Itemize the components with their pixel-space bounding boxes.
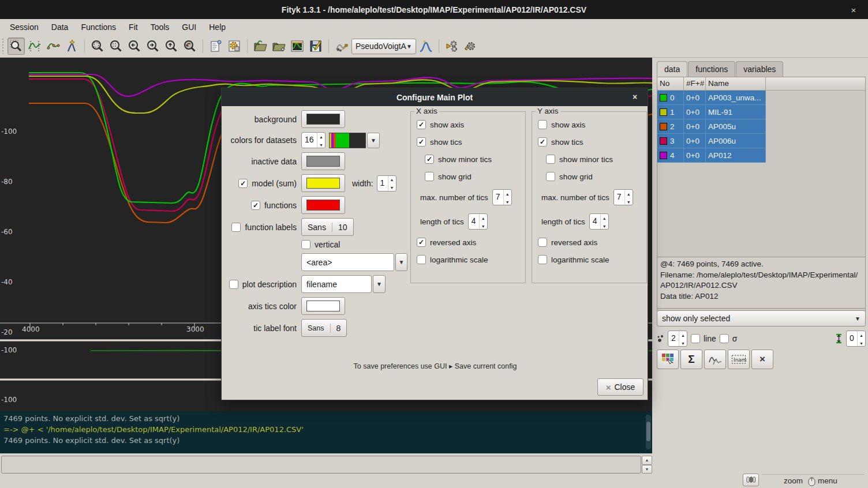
delete-button[interactable]: × (751, 350, 773, 369)
spin-down-icon[interactable]: ▼ (317, 141, 325, 149)
table-row[interactable]: 4 0+0 AP012 (657, 148, 865, 163)
command-input[interactable] (1, 456, 641, 474)
x-show-minor-tics-checkbox[interactable]: ✓ (425, 155, 434, 164)
sigma-checkbox[interactable] (720, 334, 729, 343)
y-reversed-checkbox[interactable] (538, 238, 547, 247)
table-row[interactable]: 2 0+0 AP005u (657, 119, 865, 134)
fit-run-button[interactable] (443, 37, 461, 55)
menu-fit[interactable]: Fit (122, 20, 144, 34)
spin-down-icon[interactable]: ▼ (625, 198, 633, 206)
inactive-data-color-button[interactable] (301, 152, 345, 170)
zoom-up-button[interactable] (163, 37, 180, 55)
label-text-select[interactable]: <area> (301, 253, 394, 271)
x-max-tics-spinner[interactable]: 7▲▼ (492, 189, 512, 205)
spin-down-icon[interactable]: ▼ (480, 222, 487, 230)
x-show-grid-checkbox[interactable] (425, 172, 434, 181)
menu-tools[interactable]: Tools (144, 20, 176, 34)
menu-gui[interactable]: GUI (175, 20, 203, 34)
model-width-spinner[interactable]: 1▲▼ (377, 175, 396, 192)
colors-count-spinner[interactable]: 16▲▼ (301, 132, 326, 148)
y-show-minor-tics-checkbox[interactable] (546, 155, 555, 164)
table-row[interactable]: 1 0+0 MIL-91 (657, 105, 865, 119)
function-labels-font-button[interactable]: Sans 10 (301, 218, 354, 236)
spin-up-icon[interactable]: ▲ (317, 133, 325, 141)
zoom-all-button[interactable] (89, 37, 106, 55)
tab-functions[interactable]: functions (688, 61, 735, 77)
point-size-spinner[interactable]: 2▲▼ (668, 331, 687, 347)
table-row[interactable]: 0 0+0 AP003_unwa... (657, 91, 865, 105)
colors-dropdown-button[interactable]: ▼ (367, 133, 380, 148)
spin-up-icon[interactable]: ▲ (679, 331, 687, 339)
x-show-tics-checkbox[interactable]: ✓ (417, 137, 426, 147)
background-mode-button[interactable] (44, 37, 62, 55)
menu-session[interactable]: Session (3, 20, 45, 34)
session-settings-button[interactable] (226, 37, 243, 55)
x-log-checkbox[interactable] (417, 255, 426, 264)
y-max-tics-spinner[interactable]: 7▲▼ (613, 189, 633, 205)
open-file-extra-button[interactable] (270, 37, 287, 55)
menu-help[interactable]: Help (203, 20, 232, 34)
spin-up-icon[interactable]: ▲ (858, 331, 865, 339)
zoom-mode-button[interactable] (8, 37, 25, 55)
window-close-icon[interactable]: × (847, 3, 860, 16)
tab-variables[interactable]: variables (736, 61, 783, 77)
vertical-checkbox[interactable] (301, 240, 310, 249)
functions-checkbox[interactable]: ✓ (251, 201, 260, 210)
shift-spinner[interactable]: 0▲▼ (846, 331, 866, 347)
dataset-colors-preview[interactable] (329, 133, 366, 148)
spin-up-icon[interactable]: ▲ (388, 176, 396, 184)
spin-down-icon[interactable]: ▼ (642, 465, 652, 474)
dialog-titlebar[interactable]: Configure Main Plot × (222, 88, 648, 106)
x-reversed-checkbox[interactable]: ✓ (417, 238, 426, 247)
sum-button[interactable]: Σ (680, 350, 702, 369)
spin-up-icon[interactable]: ▲ (625, 190, 633, 198)
console-scrollbar[interactable] (646, 415, 651, 449)
tic-label-font-button[interactable]: Sans 8 (301, 319, 347, 337)
spin-up-icon[interactable]: ▲ (480, 214, 487, 222)
zoom-left-button[interactable] (126, 37, 143, 55)
color-order-button[interactable] (657, 350, 679, 369)
zoom-previous-button[interactable] (181, 37, 199, 55)
spin-up-icon[interactable]: ▲ (601, 214, 608, 222)
x-tic-length-spinner[interactable]: 4▲▼ (468, 213, 488, 230)
spin-down-icon[interactable]: ▼ (388, 184, 396, 192)
zoom-vertical-button[interactable] (107, 37, 125, 55)
spin-up-icon[interactable]: ▲ (642, 456, 652, 465)
spin-up-icon[interactable]: ▲ (504, 190, 511, 198)
console-scrollbar-thumb[interactable] (646, 422, 650, 441)
y-tic-length-spinner[interactable]: 4▲▼ (589, 213, 609, 230)
plot-description-checkbox[interactable] (229, 280, 238, 289)
dialog-close-icon[interactable]: × (629, 91, 641, 103)
add-peak-mode-button[interactable] (63, 37, 80, 55)
session-log-button[interactable] (207, 37, 225, 55)
command-history-spinner[interactable]: ▲ ▼ (642, 456, 652, 474)
fit-settings-button[interactable] (462, 37, 479, 55)
function-labels-checkbox[interactable] (231, 223, 241, 232)
menu-functions[interactable]: Functions (74, 20, 122, 34)
show-filter-select[interactable]: show only selected ▼ (657, 310, 866, 326)
toolbar-grip[interactable] (1, 39, 5, 54)
spin-down-icon[interactable]: ▼ (601, 222, 608, 230)
col-f[interactable]: #F+# (684, 77, 706, 90)
y-log-checkbox[interactable] (538, 255, 547, 264)
plot-description-dropdown-button[interactable]: ▼ (373, 275, 386, 293)
zoom-right-button[interactable] (144, 37, 162, 55)
spin-down-icon[interactable]: ▼ (504, 198, 511, 206)
output-console[interactable]: 7469 points. No explicit std. dev. Set a… (0, 411, 652, 453)
y-show-axis-checkbox[interactable] (538, 120, 547, 129)
export-script-button[interactable] (307, 37, 324, 55)
functions-color-button[interactable] (301, 196, 345, 214)
tab-data[interactable]: data (657, 61, 687, 77)
plot-description-select[interactable]: filename (301, 275, 372, 293)
menu-data[interactable]: Data (45, 20, 75, 34)
close-button[interactable]: × Close (597, 378, 643, 396)
model-color-button[interactable] (301, 174, 345, 192)
spin-down-icon[interactable]: ▼ (858, 339, 865, 347)
spin-down-icon[interactable]: ▼ (679, 339, 687, 347)
show-functions-button[interactable] (704, 350, 726, 369)
background-color-button[interactable] (301, 110, 345, 128)
col-name[interactable]: Name (706, 77, 766, 90)
add-peak-button[interactable] (417, 37, 435, 55)
table-row[interactable]: 3 0+0 AP006u (657, 134, 865, 148)
label-text-dropdown-button[interactable]: ▼ (395, 253, 407, 271)
